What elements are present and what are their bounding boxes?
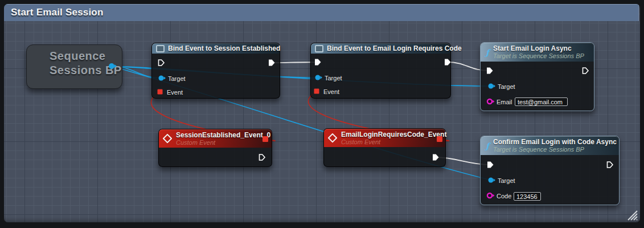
exec-out-pin[interactable] <box>583 68 589 74</box>
exec-out-pin[interactable] <box>445 59 451 66</box>
exec-in-pin[interactable] <box>315 59 321 66</box>
target-pin[interactable] <box>159 76 166 81</box>
target-pin[interactable] <box>489 178 496 183</box>
email-string-pin[interactable] <box>487 99 495 104</box>
exec-out-pin[interactable] <box>608 162 613 168</box>
delegate-out-pin[interactable] <box>437 136 442 142</box>
pin-layer <box>4 4 640 222</box>
target-pin[interactable] <box>315 75 323 80</box>
exec-in-pin[interactable] <box>159 60 165 66</box>
target-pin[interactable] <box>489 84 496 89</box>
resize-handle[interactable] <box>628 211 637 220</box>
exec-out-pin[interactable] <box>260 154 265 160</box>
seq-output-pin[interactable] <box>109 63 117 69</box>
exec-in-pin[interactable] <box>487 68 493 74</box>
exec-in-pin[interactable] <box>487 162 494 168</box>
code-string-pin[interactable] <box>487 193 495 198</box>
exec-out-pin[interactable] <box>269 60 275 66</box>
blueprint-editor-frame: Start Email Session Sequence Sessions BP… <box>0 0 644 228</box>
exec-out-pin[interactable] <box>433 154 439 161</box>
event-delegate-pin[interactable] <box>314 89 319 94</box>
event-delegate-pin[interactable] <box>158 89 163 95</box>
delegate-out-pin[interactable] <box>262 136 268 142</box>
blueprint-graph-canvas[interactable]: Start Email Session Sequence Sessions BP… <box>4 4 640 222</box>
